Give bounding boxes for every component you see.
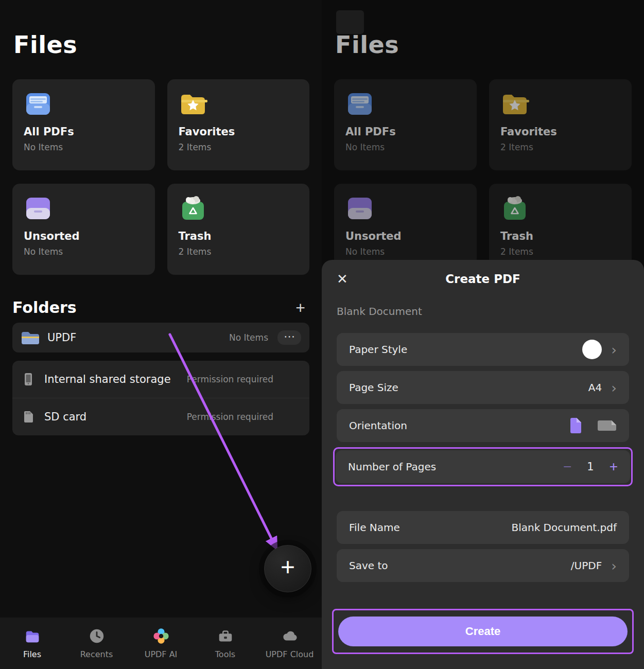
folder-name: UPDF bbox=[47, 331, 76, 344]
screenshot-root: Files All PDFs No Items bbox=[0, 0, 644, 669]
row-label: File Name bbox=[349, 521, 400, 534]
sheet-title: Create PDF bbox=[445, 272, 520, 286]
page-size-value: A4 bbox=[588, 381, 602, 394]
nav-item-files[interactable]: Files bbox=[0, 618, 64, 669]
card-label: Unsorted bbox=[24, 230, 144, 242]
storage-detail: Permission required bbox=[187, 412, 273, 422]
favorites-icon bbox=[179, 90, 207, 118]
storage-list: Internal shared storage Permission requi… bbox=[12, 361, 309, 435]
landscape-icon[interactable] bbox=[597, 418, 617, 433]
nav-label: Tools bbox=[215, 649, 235, 659]
files-nav-icon bbox=[24, 627, 41, 645]
save-to-value: /UPDF bbox=[571, 559, 602, 572]
plus-icon: + bbox=[281, 555, 295, 579]
storage-detail: Permission required bbox=[187, 374, 273, 384]
pages-value: 1 bbox=[587, 461, 594, 473]
unsorted-card[interactable]: Unsorted No Items bbox=[12, 184, 155, 275]
tools-nav-icon bbox=[217, 627, 234, 645]
orientation-row: Orientation bbox=[337, 409, 629, 442]
nav-item-recents[interactable]: Recents bbox=[64, 618, 129, 669]
all-pdfs-icon bbox=[24, 90, 53, 118]
annotation-box-pages: Number of Pages − 1 + bbox=[333, 447, 633, 486]
portrait-icon[interactable] bbox=[568, 417, 582, 434]
nav-label: UPDF AI bbox=[145, 649, 178, 659]
sd-card-icon bbox=[21, 409, 36, 425]
nav-item-tools[interactable]: Tools bbox=[193, 618, 257, 669]
nav-item-updf-ai[interactable]: UPDF AI bbox=[129, 618, 193, 669]
bottom-navigation: Files Recents UPDF AI bbox=[0, 618, 322, 669]
nav-item-updf-cloud[interactable]: UPDF Cloud bbox=[257, 618, 322, 669]
row-label: Save to bbox=[349, 559, 388, 572]
page-title: Files bbox=[13, 31, 309, 59]
plus-icon[interactable]: + bbox=[610, 460, 618, 474]
phone-storage-icon bbox=[21, 372, 36, 387]
nav-label: Files bbox=[23, 649, 41, 659]
card-label: All PDFs bbox=[24, 126, 144, 138]
file-name-row[interactable]: File Name Blank Document.pdf bbox=[337, 511, 629, 544]
row-label: Number of Pages bbox=[348, 461, 436, 473]
library-cards: All PDFs No Items Favorites 2 Items bbox=[12, 79, 309, 275]
trash-card[interactable]: Trash 2 Items bbox=[167, 184, 310, 275]
card-label: Trash bbox=[179, 230, 299, 242]
recents-nav-icon bbox=[88, 627, 106, 645]
storage-row-internal[interactable]: Internal shared storage Permission requi… bbox=[12, 361, 309, 398]
storage-name: SD card bbox=[44, 411, 86, 423]
card-count: 2 Items bbox=[179, 142, 299, 152]
folders-header: Folders + bbox=[12, 298, 309, 316]
updf-ai-nav-icon bbox=[152, 627, 170, 645]
card-count: No Items bbox=[24, 142, 144, 152]
sheet-header: ✕ Create PDF bbox=[337, 260, 629, 298]
folder-row-updf[interactable]: UPDF No Items ⋯ bbox=[12, 323, 309, 353]
row-label: Paper Style bbox=[349, 343, 407, 356]
paper-style-row[interactable]: Paper Style › bbox=[337, 333, 629, 366]
row-label: Orientation bbox=[349, 419, 407, 432]
all-pdfs-card[interactable]: All PDFs No Items bbox=[12, 79, 155, 170]
card-count: 2 Items bbox=[179, 247, 299, 257]
file-name-value: Blank Document.pdf bbox=[511, 521, 617, 534]
page-size-row[interactable]: Page Size A4 › bbox=[337, 371, 629, 404]
unsorted-icon bbox=[24, 194, 53, 223]
storage-row-sdcard[interactable]: SD card Permission required bbox=[12, 398, 309, 435]
storage-name: Internal shared storage bbox=[44, 373, 171, 385]
section-label: Blank Document bbox=[337, 305, 629, 318]
folder-detail: No Items bbox=[229, 332, 268, 343]
favorites-card[interactable]: Favorites 2 Items bbox=[167, 79, 310, 170]
folders-title: Folders bbox=[12, 298, 77, 316]
chevron-right-icon: › bbox=[611, 343, 617, 357]
files-screen-left: Files All PDFs No Items bbox=[0, 0, 322, 669]
minus-icon[interactable]: − bbox=[563, 460, 571, 474]
trash-icon bbox=[179, 194, 207, 223]
create-fab-button[interactable]: + bbox=[264, 545, 311, 592]
chevron-right-icon: › bbox=[611, 381, 617, 395]
files-screen-right: Files All PDFs No Items bbox=[322, 0, 644, 669]
paper-style-swatch bbox=[582, 340, 602, 359]
annotation-box-create: Create bbox=[332, 609, 634, 654]
folder-icon bbox=[21, 330, 39, 345]
row-label: Page Size bbox=[349, 381, 398, 394]
close-icon[interactable]: ✕ bbox=[337, 271, 348, 287]
card-label: Favorites bbox=[179, 126, 299, 138]
more-menu-button[interactable]: ⋯ bbox=[277, 330, 301, 345]
save-to-row[interactable]: Save to /UPDF › bbox=[337, 549, 629, 582]
chevron-right-icon: › bbox=[611, 559, 617, 573]
nav-label: Recents bbox=[80, 649, 113, 659]
cloud-nav-icon bbox=[281, 627, 299, 645]
create-pdf-sheet: ✕ Create PDF Blank Document Paper Style … bbox=[322, 260, 644, 669]
card-count: No Items bbox=[24, 247, 144, 257]
number-of-pages-row: Number of Pages − 1 + bbox=[336, 450, 630, 483]
add-folder-button[interactable]: + bbox=[291, 300, 309, 316]
create-button[interactable]: Create bbox=[338, 617, 628, 646]
nav-label: UPDF Cloud bbox=[266, 649, 314, 659]
